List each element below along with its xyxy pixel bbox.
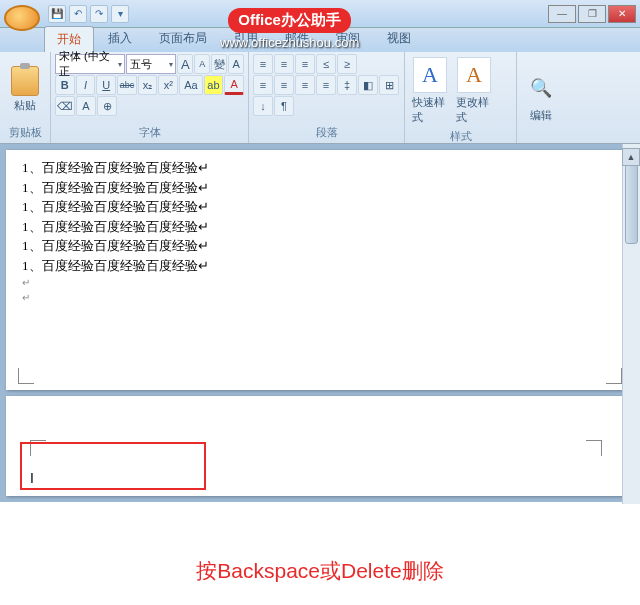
quick-access-toolbar: 💾 ↶ ↷ ▾ [48,5,129,23]
editing-button[interactable]: 🔍 编辑 [521,54,561,139]
text-cursor-icon: I [30,470,34,486]
sort-button[interactable]: ↓ [253,96,273,116]
office-button[interactable] [4,5,40,31]
numbering-button[interactable]: ≡ [274,54,294,74]
change-styles-label: 更改样式 [456,95,492,125]
editing-label: 编辑 [530,108,552,123]
quick-styles-button[interactable]: A 快速样式 [409,54,451,128]
watermark-badge: Office办公助手 [228,8,351,33]
text-line[interactable]: 1、百度经验百度经验百度经验↵ [22,158,618,178]
maximize-button[interactable]: ❐ [578,5,606,23]
group-font: 宋体 (中文正 五号 A A 變 A B I U abc x₂ x² Aa ab… [51,52,249,143]
paragraph-mark: ↵ [22,275,618,290]
superscript-button[interactable]: x² [158,75,178,95]
ribbon: 粘贴 剪贴板 宋体 (中文正 五号 A A 變 A B I U abc x₂ x… [0,52,640,144]
tab-view[interactable]: 视图 [374,25,424,52]
binoculars-icon: 🔍 [524,70,558,106]
scroll-up-button[interactable]: ▲ [622,148,640,166]
line-spacing-button[interactable]: ‡ [337,75,357,95]
font-family-select[interactable]: 宋体 (中文正 [55,54,125,74]
align-justify-button[interactable]: ≡ [316,75,336,95]
minimize-button[interactable]: — [548,5,576,23]
instruction-caption: 按Backspace或Delete删除 [0,557,640,585]
page-corner-icon [586,440,602,456]
strike-button[interactable]: abc [117,75,137,95]
page-corner-icon [606,368,622,384]
enclose-button[interactable]: ⊕ [97,96,117,116]
page-2[interactable]: I [6,396,634,496]
text-line[interactable]: 1、百度经验百度经验百度经验↵ [22,256,618,276]
char-shading-button[interactable]: A [76,96,96,116]
tab-insert[interactable]: 插入 [95,25,145,52]
redo-icon[interactable]: ↷ [90,5,108,23]
char-border-button[interactable]: A [228,54,244,74]
text-line[interactable]: 1、百度经验百度经验百度经验↵ [22,178,618,198]
group-styles: A 快速样式 A 更改样式 样式 [405,52,517,143]
font-size-select[interactable]: 五号 [126,54,176,74]
page-1[interactable]: 1、百度经验百度经验百度经验↵ 1、百度经验百度经验百度经验↵ 1、百度经验百度… [6,150,634,390]
clipboard-group-label: 剪贴板 [4,124,46,141]
align-right-button[interactable]: ≡ [295,75,315,95]
annotation-box [20,442,206,490]
group-paragraph: ≡ ≡ ≡ ≤ ≥ ≡ ≡ ≡ ≡ ‡ ◧ ⊞ ↓ ¶ 段落 [249,52,405,143]
undo-icon[interactable]: ↶ [69,5,87,23]
show-marks-button[interactable]: ¶ [274,96,294,116]
change-styles-icon: A [457,57,491,93]
change-styles-button[interactable]: A 更改样式 [453,54,495,128]
font-color-button[interactable]: A [224,75,244,95]
align-center-button[interactable]: ≡ [274,75,294,95]
grow-font-button[interactable]: A [177,54,193,74]
borders-button[interactable]: ⊞ [379,75,399,95]
scrollbar-thumb[interactable] [625,164,638,244]
clear-format-button[interactable]: ⌫ [55,96,75,116]
bullets-button[interactable]: ≡ [253,54,273,74]
group-editing: 🔍 编辑 [517,52,565,143]
highlight-button[interactable]: ab [204,75,224,95]
group-clipboard: 粘贴 剪贴板 [0,52,51,143]
font-group-label: 字体 [55,124,244,141]
multilevel-button[interactable]: ≡ [295,54,315,74]
window-controls: — ❐ ✕ [548,5,636,23]
paste-label: 粘贴 [14,98,36,113]
paragraph-mark: ↵ [22,290,618,305]
watermark: Office办公助手 www.officezhushou.com [220,8,359,50]
text-line[interactable]: 1、百度经验百度经验百度经验↵ [22,197,618,217]
shrink-font-button[interactable]: A [194,54,210,74]
tab-layout[interactable]: 页面布局 [146,25,220,52]
align-left-button[interactable]: ≡ [253,75,273,95]
dedent-button[interactable]: ≤ [316,54,336,74]
document-area: 1、百度经验百度经验百度经验↵ 1、百度经验百度经验百度经验↵ 1、百度经验百度… [0,144,640,502]
watermark-url: www.officezhushou.com [220,35,359,50]
styles-group-label: 样式 [409,128,512,145]
vertical-scrollbar[interactable] [622,144,640,504]
quick-styles-label: 快速样式 [412,95,448,125]
indent-button[interactable]: ≥ [337,54,357,74]
paragraph-group-label: 段落 [253,124,400,141]
paste-button[interactable]: 粘贴 [4,54,46,124]
clipboard-icon [11,66,39,96]
quick-styles-icon: A [413,57,447,93]
close-button[interactable]: ✕ [608,5,636,23]
qat-more-icon[interactable]: ▾ [111,5,129,23]
editing-group-label [521,139,561,141]
text-line[interactable]: 1、百度经验百度经验百度经验↵ [22,217,618,237]
page-corner-icon [18,368,34,384]
case-button[interactable]: Aa [179,75,202,95]
subscript-button[interactable]: x₂ [138,75,158,95]
text-line[interactable]: 1、百度经验百度经验百度经验↵ [22,236,618,256]
shading-button[interactable]: ◧ [358,75,378,95]
save-icon[interactable]: 💾 [48,5,66,23]
phonetic-button[interactable]: 變 [211,54,227,74]
